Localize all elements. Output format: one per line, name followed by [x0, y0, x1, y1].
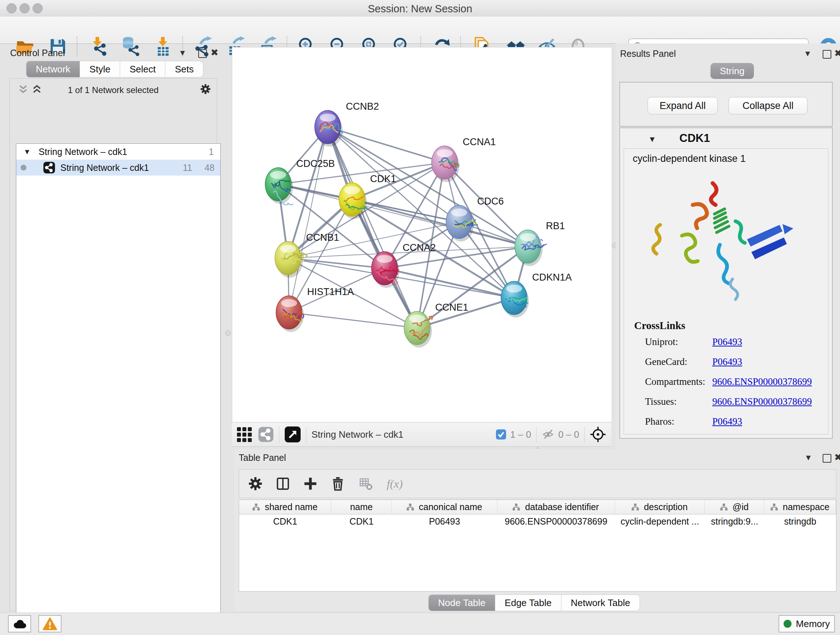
network-collection-label: String Network – cdk1 — [39, 147, 127, 157]
column-header-label: namespace — [783, 502, 829, 512]
control-panel-tabs: Network Style Select Sets — [26, 61, 203, 78]
crosslink-label: Pharos: — [645, 416, 712, 427]
column-header-name[interactable]: name — [332, 500, 392, 515]
toolbar-separator — [306, 426, 306, 442]
table-panel: Table Panel ▾ ✖ — [234, 449, 840, 611]
add-column-icon[interactable] — [303, 476, 318, 491]
tab-network[interactable]: Network — [26, 61, 80, 78]
cloud-status-button[interactable] — [8, 615, 31, 632]
table-cell[interactable]: P06493 — [392, 515, 497, 528]
table-toolbar: f(x) — [239, 469, 836, 498]
network-tree: ▼ String Network – cdk1 1 String Network… — [16, 143, 221, 635]
graph-edge[interactable] — [289, 127, 328, 312]
expand-all-button[interactable]: Expand All — [647, 97, 718, 114]
memory-label: Memory — [796, 618, 830, 630]
tree-expand-caret[interactable]: ▼ — [24, 148, 31, 156]
network-tree-root-row[interactable]: ▼ String Network – cdk1 1 — [16, 144, 220, 160]
crosslink-label: Uniprot: — [645, 336, 712, 348]
tab-node-table[interactable]: Node Table — [428, 594, 495, 611]
column-header-label: description — [644, 502, 688, 512]
node-highlight — [506, 285, 522, 293]
graph-node-RB1[interactable]: RB1 — [515, 220, 565, 266]
table-panel-title: Table Panel — [239, 453, 286, 463]
network-tree-child-row[interactable]: String Network – cdk1 11 48 — [16, 160, 220, 176]
graph-edge[interactable] — [328, 127, 417, 328]
node-highlight — [320, 114, 336, 122]
birds-eye-view-icon[interactable] — [284, 426, 301, 443]
panel-menu-icon[interactable]: ▾ — [805, 48, 810, 59]
control-panel-title: Control Panel — [10, 48, 65, 58]
table-cell[interactable]: stringdb — [764, 515, 836, 528]
panel-menu-icon[interactable]: ▾ — [806, 452, 811, 463]
table-cell[interactable]: stringdb:9... — [705, 515, 764, 528]
graph-edge[interactable] — [328, 127, 445, 163]
column-header--id[interactable]: @id — [705, 500, 764, 515]
tab-select[interactable]: Select — [120, 61, 165, 78]
table-row[interactable]: CDK1CDK1P064939606.ENSP00000378699cyclin… — [239, 515, 836, 528]
graph-node-HIST1H1A[interactable]: HIST1H1A — [276, 287, 354, 332]
float-panel-icon[interactable] — [198, 49, 207, 58]
crosslink-value-link[interactable]: P06493 — [712, 416, 742, 427]
close-panel-icon[interactable]: ✖ — [834, 48, 840, 59]
graph-node-CCNE1[interactable]: CCNE1 — [404, 302, 469, 348]
column-header-description[interactable]: description — [615, 500, 705, 515]
crosslink-value-link[interactable]: P06493 — [712, 356, 742, 367]
graph-node-CCNA1[interactable]: CCNA1 — [431, 136, 496, 182]
graph-node-CDKN1A[interactable]: CDKN1A — [501, 272, 572, 318]
tab-sets[interactable]: Sets — [165, 61, 203, 78]
control-panel: Control Panel ▾ ✖ Network Style Select S… — [5, 43, 221, 612]
splitter-handle[interactable] — [225, 330, 231, 336]
crosslink-value-link[interactable]: 9606.ENSP00000378699 — [712, 396, 812, 407]
collapse-all-button[interactable]: Collapse All — [729, 97, 807, 114]
crosslink-value-link[interactable]: P06493 — [712, 336, 742, 348]
crosslink-value-link[interactable]: 9606.ENSP00000378699 — [712, 376, 812, 387]
function-builder-icon[interactable]: f(x) — [387, 477, 403, 491]
tab-string[interactable]: String — [711, 63, 754, 79]
graph-edge[interactable] — [385, 268, 514, 298]
crosshair-icon[interactable] — [590, 426, 606, 443]
crosslink-row: Uniprot:P06493 — [645, 336, 822, 348]
table-cell[interactable]: 9606.ENSP00000378699 — [497, 515, 615, 528]
selected-checkbox-icon[interactable] — [496, 429, 507, 440]
show-columns-icon[interactable] — [275, 476, 291, 491]
table-cell[interactable]: CDK1 — [239, 515, 332, 528]
show-grid-icon[interactable] — [236, 426, 252, 442]
node-attribute-icon — [253, 504, 260, 511]
graph-node-CDK1[interactable]: CDK1 — [339, 173, 396, 219]
delete-column-icon[interactable] — [330, 476, 346, 491]
panel-menu-icon[interactable]: ▾ — [180, 47, 185, 58]
network-view[interactable]: CCNB2CCNA1CDC25BCDK1CDC6RB1CCNB1CCNA2CDK… — [232, 47, 612, 423]
crosslink-row: Pharos:P06493 — [645, 416, 822, 427]
table-header-row: shared namenamecanonical namedatabase id… — [239, 500, 836, 515]
memory-button[interactable]: Memory — [778, 615, 835, 632]
close-panel-icon[interactable]: ✖ — [834, 452, 840, 463]
table-cell[interactable]: CDK1 — [332, 515, 392, 528]
status-bar: Memory — [0, 613, 840, 635]
column-header-database-identifier[interactable]: database identifier — [497, 500, 615, 515]
graph-node-label: CCNA2 — [403, 242, 436, 253]
hidden-eye-icon[interactable] — [542, 428, 554, 441]
string-view-icon[interactable] — [258, 426, 274, 442]
table-cell[interactable]: cyclin-dependent ... — [615, 515, 705, 528]
close-panel-icon[interactable]: ✖ — [210, 47, 218, 58]
gear-icon[interactable] — [199, 83, 212, 95]
warning-status-button[interactable] — [38, 615, 62, 632]
memory-status-dot — [783, 620, 791, 628]
tab-network-table[interactable]: Network Table — [561, 594, 640, 611]
column-header-canonical-name[interactable]: canonical name — [392, 500, 497, 515]
column-header-shared-name[interactable]: shared name — [239, 500, 332, 515]
crosslink-label: Tissues: — [645, 396, 712, 407]
tab-style[interactable]: Style — [80, 61, 120, 78]
collapse-entry-caret[interactable]: ▼ — [648, 135, 656, 144]
delete-table-icon[interactable] — [358, 476, 374, 491]
hidden-node-edge-count: 0 – 0 — [558, 429, 579, 440]
float-panel-icon[interactable] — [823, 454, 831, 463]
float-panel-icon[interactable] — [823, 50, 831, 59]
column-header-namespace[interactable]: namespace — [764, 500, 836, 515]
node-attribute-icon — [632, 504, 639, 511]
tab-edge-table[interactable]: Edge Table — [495, 594, 561, 611]
table-panel-tabs: Node Table Edge Table Network Table — [428, 594, 640, 611]
node-highlight — [344, 186, 360, 194]
gear-icon[interactable] — [248, 476, 263, 491]
graph-edge[interactable] — [289, 312, 417, 328]
